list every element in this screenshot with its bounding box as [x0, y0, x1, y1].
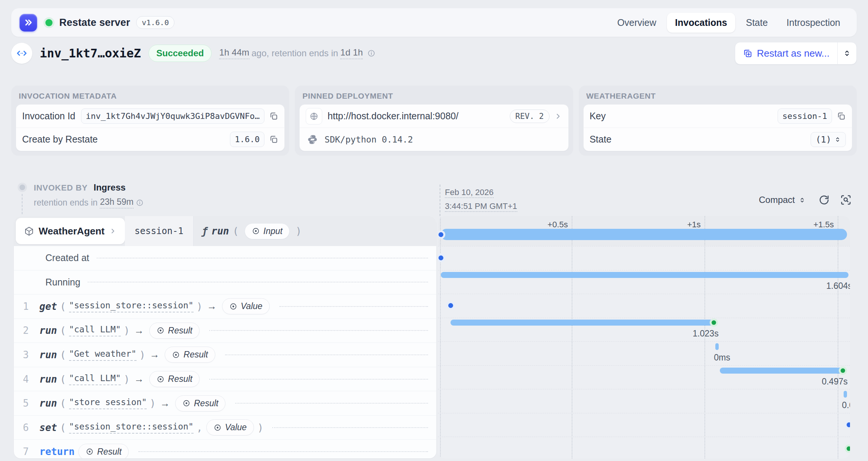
- handler-name: run: [211, 225, 229, 237]
- journal-header: WeatherAgent session-1 ƒ run ( Input ): [14, 216, 436, 246]
- timeline-bar[interactable]: [441, 229, 847, 240]
- info-icon[interactable]: [136, 199, 144, 207]
- journal-row[interactable]: Created at: [14, 246, 436, 270]
- journal-value-badge[interactable]: Value: [222, 298, 270, 314]
- invoked-by-connector: [22, 194, 23, 214]
- entry-keyword: run: [39, 398, 57, 409]
- eye-icon: [156, 375, 165, 383]
- panel-card: http://host.docker.internal:9080/ REV. 2…: [299, 104, 568, 151]
- service-key-value: session-1: [778, 108, 832, 124]
- sdk-version: SDK/python 0.14.2: [324, 135, 413, 144]
- timeline-row-separator: [438, 389, 850, 389]
- created-by-row: Create by Restate 1.6.0: [16, 128, 284, 151]
- journal-value-badge[interactable]: Value: [206, 419, 254, 435]
- restate-version-value: 1.6.0: [230, 132, 264, 147]
- entry-number: 5: [23, 398, 36, 409]
- globe-icon: [306, 108, 322, 125]
- journal-row[interactable]: 1get("session_store::session")→Value: [14, 294, 436, 318]
- journal-row[interactable]: 7returnResult: [14, 439, 436, 458]
- dotted-leader: [272, 427, 428, 428]
- dotted-leader: [225, 354, 428, 355]
- close-paren: ): [258, 422, 264, 433]
- journal-row[interactable]: Running: [14, 270, 436, 294]
- invocation-metadata-panel: INVOCATION METADATA Invocation Id inv_1k…: [11, 86, 289, 156]
- entry-number: 1: [23, 301, 36, 312]
- timeline-bar[interactable]: [441, 272, 848, 278]
- dotted-leader: [209, 379, 428, 380]
- retention-prefix: retention ends in: [34, 198, 98, 208]
- timeline-blue-dot: [448, 303, 453, 308]
- function-symbol: ƒ: [202, 225, 208, 237]
- eye-icon: [229, 302, 237, 311]
- refresh-button[interactable]: [818, 194, 830, 206]
- deployment-endpoint-row[interactable]: http://host.docker.internal:9080/ REV. 2: [300, 105, 568, 128]
- timeline-row-separator: [438, 246, 850, 246]
- badge-label: Result: [168, 374, 192, 384]
- journal-value-badge[interactable]: Result: [149, 323, 200, 339]
- state-expander[interactable]: (1): [811, 132, 846, 147]
- eye-icon: [86, 447, 94, 456]
- tab-state[interactable]: State: [737, 13, 776, 33]
- service-breadcrumb[interactable]: WeatherAgent: [16, 218, 125, 244]
- journal-row[interactable]: 4run("call LLM")→Result: [14, 367, 436, 391]
- copy-icon[interactable]: [269, 111, 278, 121]
- entry-keyword: run: [39, 349, 57, 360]
- chevron-right-icon[interactable]: [554, 112, 562, 120]
- journal-row[interactable]: 2run("call LLM")→Result: [14, 318, 436, 343]
- density-select[interactable]: Compact: [757, 194, 808, 206]
- copy-icon[interactable]: [836, 111, 846, 121]
- dotted-leader: [235, 403, 428, 404]
- service-key-segment[interactable]: session-1: [125, 216, 194, 246]
- close-paren: ): [124, 374, 130, 385]
- badge-label: Input: [263, 226, 282, 236]
- timeline-blue-dot: [847, 422, 850, 427]
- restate-logo-icon: [20, 14, 37, 32]
- entry-argument: "call LLM": [69, 324, 121, 336]
- timeline-origin-gridline: [440, 185, 440, 216]
- timeline-tick[interactable]: [844, 391, 847, 398]
- version-badge: v1.6.0: [136, 16, 174, 29]
- tab-invocations[interactable]: Invocations: [667, 13, 736, 33]
- badge-label: Value: [241, 301, 263, 311]
- zoom-to-fit-button[interactable]: [840, 194, 851, 206]
- arrow-icon: →: [207, 300, 217, 312]
- journal-row[interactable]: 5run("store session")→Result: [14, 391, 436, 415]
- top-bar: Restate server v1.6.0 OverviewInvocation…: [11, 8, 857, 37]
- tab-overview[interactable]: Overview: [609, 13, 664, 33]
- density-value: Compact: [759, 195, 795, 205]
- journal-value-badge[interactable]: Result: [165, 347, 215, 363]
- restart-options-chevron[interactable]: [838, 42, 856, 64]
- invoked-by-dot: [20, 185, 25, 190]
- info-icon[interactable]: [367, 49, 375, 57]
- entry-keyword: get: [39, 301, 57, 312]
- timeline-panel: +0.5s+1s+1.5s1.604s1.023s0ms0.497s0.0: [438, 216, 850, 458]
- journal-row[interactable]: 6set("session_store::session",Value): [14, 415, 436, 440]
- timeline-tick[interactable]: [715, 343, 719, 350]
- tab-introspection[interactable]: Introspection: [778, 13, 848, 33]
- dotted-leader: [88, 282, 428, 282]
- timeline-bar[interactable]: [720, 368, 844, 374]
- chevron-up-down-icon: [834, 136, 841, 143]
- close-paren: ): [150, 398, 156, 409]
- copy-icon[interactable]: [269, 135, 278, 144]
- badge-label: Result: [97, 447, 122, 457]
- eye-icon: [213, 423, 222, 432]
- journal-value-badge[interactable]: Result: [149, 371, 200, 387]
- service-key-row: Key session-1: [584, 105, 852, 128]
- journal-row[interactable]: 3run("Get weather")→Result: [14, 342, 436, 367]
- deployment-sdk-row: SDK/python 0.14.2: [300, 128, 568, 151]
- restart-button-group: Restart as new...: [735, 42, 857, 65]
- restart-as-new-button[interactable]: Restart as new...: [735, 42, 837, 64]
- input-badge[interactable]: Input: [245, 223, 290, 239]
- invocation-id-row: Invocation Id inv_1kt7Gh4vJWjY0quwk3GiP8…: [16, 105, 284, 128]
- copy-plus-icon: [743, 48, 752, 58]
- timeline-bar[interactable]: [451, 320, 715, 326]
- journal-value-badge[interactable]: Result: [78, 444, 129, 458]
- open-paren: (: [60, 398, 66, 409]
- service-name: WeatherAgent: [39, 225, 105, 237]
- axis-tick-label: +1.5s: [796, 220, 834, 230]
- entry-number: 4: [23, 374, 36, 385]
- deployment-endpoint: http://host.docker.internal:9080/: [327, 111, 458, 122]
- timeline-row-separator: [438, 270, 850, 270]
- journal-value-badge[interactable]: Result: [175, 395, 225, 411]
